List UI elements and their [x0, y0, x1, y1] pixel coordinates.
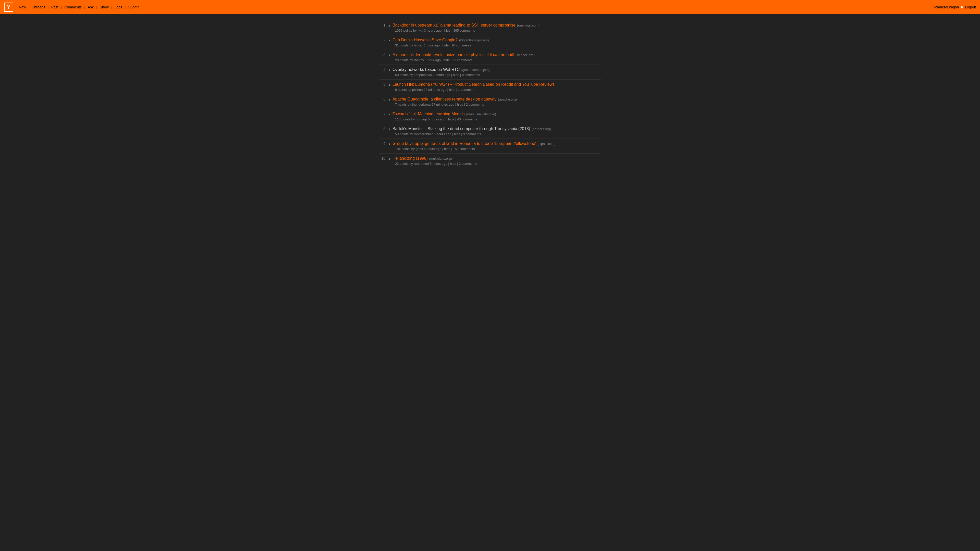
story-author[interactable]: robtherobber: [414, 132, 433, 136]
story-hide[interactable]: hide: [449, 88, 455, 92]
story-number: 1.: [379, 23, 387, 27]
upvote-icon[interactable]: ▲: [388, 38, 391, 42]
story-comments[interactable]: 16 comments: [452, 43, 471, 47]
upvote-icon[interactable]: ▲: [388, 113, 391, 116]
story-title-row: 1.▲Backdoor in upstream xz/liblzma leadi…: [379, 23, 601, 27]
nav-item-past[interactable]: Past: [49, 5, 61, 9]
nav-item-show[interactable]: Show: [97, 5, 111, 9]
meta-separator: |: [454, 118, 457, 121]
story-author[interactable]: laurex: [414, 43, 423, 47]
upvote-icon[interactable]: ▲: [388, 53, 391, 57]
story-hide[interactable]: hide: [444, 58, 450, 62]
story-time: 1 hour ago |: [424, 58, 443, 62]
story-time: 22 minutes ago |: [423, 88, 449, 92]
story-hide[interactable]: hide: [450, 162, 456, 165]
story-points: 23 points by: [395, 162, 414, 165]
story-title-link[interactable]: Bartók's Monster – Stalking the dead com…: [393, 127, 530, 131]
upvote-icon[interactable]: ▲: [388, 98, 391, 101]
username-label[interactable]: HeladeraDragon: [933, 5, 959, 9]
story-author[interactable]: redeemed: [414, 162, 429, 165]
story-meta: 29 points by rbanffy 1 hour ago | hide |…: [379, 58, 601, 62]
story-author[interactable]: philena: [412, 88, 423, 92]
story-author[interactable]: thunderbong: [412, 103, 431, 106]
story-number: 9.: [379, 141, 387, 146]
story-number: 2.: [379, 38, 387, 42]
nav-separator: |: [84, 5, 85, 9]
meta-separator: |: [455, 88, 458, 92]
story-points: 6 points by: [395, 88, 412, 92]
nav-item-new[interactable]: New: [16, 5, 29, 9]
story-title-link[interactable]: Launch HN: Lumona (YC W24) – Product Sea…: [393, 82, 555, 87]
story-domain: (apache.org): [498, 97, 517, 101]
story-title-link[interactable]: Backdoor in upstream xz/liblzma leading …: [393, 23, 515, 27]
story-title-link[interactable]: Can Demis Hassabis Save Google?: [393, 38, 458, 42]
nav-item-jobs[interactable]: Jobs: [112, 5, 125, 9]
story-comments[interactable]: 1 comment: [458, 88, 474, 92]
story-author[interactable]: rkta: [417, 29, 423, 32]
nav-separator: |: [61, 5, 62, 9]
karma-count: 6: [961, 5, 963, 9]
upvote-icon[interactable]: ▲: [388, 83, 391, 86]
story-points: 29 points by: [395, 58, 414, 62]
story-comments[interactable]: 365 comments: [453, 29, 475, 32]
story-author[interactable]: geox: [416, 147, 423, 151]
story-hide[interactable]: hide: [442, 43, 449, 47]
story-domain: (bigtechnology.com): [459, 38, 489, 42]
story-title-link[interactable]: A muon collider could revolutionize part…: [393, 52, 514, 57]
story-title-link[interactable]: Group buys up large tracts of land in Ro…: [393, 141, 536, 146]
story-item: 5.▲Launch HN: Lumona (YC W24) – Product …: [379, 79, 601, 94]
story-comments[interactable]: 151 comments: [453, 147, 475, 151]
story-item: 9.▲Group buys up large tracts of land in…: [379, 139, 601, 154]
nav-separator: |: [29, 5, 30, 9]
upvote-icon[interactable]: ▲: [388, 142, 391, 146]
story-comments[interactable]: 2 comments: [459, 162, 477, 165]
story-points: 50 points by: [395, 73, 414, 77]
story-hide[interactable]: hide: [448, 118, 455, 121]
story-points: 184 points by: [395, 147, 416, 151]
story-meta: 113 points by homarp 5 hours ago | hide …: [379, 118, 601, 121]
story-hide[interactable]: hide: [444, 147, 450, 151]
story-points: 7 points by: [395, 103, 412, 106]
upvote-icon[interactable]: ▲: [388, 127, 391, 131]
story-title-row: 10.▲Hellandizing (1998) (multicians.org): [379, 156, 601, 161]
nav-separator: |: [111, 5, 112, 9]
meta-separator: |: [463, 103, 466, 106]
story-comments[interactable]: 40 comments: [457, 118, 477, 121]
logout-button[interactable]: Logout: [965, 5, 976, 9]
story-comments[interactable]: 9 comments: [463, 132, 481, 136]
upvote-icon[interactable]: ▲: [388, 157, 391, 160]
story-author[interactable]: rbanffy: [414, 58, 424, 62]
story-author[interactable]: keepamovin: [414, 73, 432, 77]
story-time: 6 hours ago |: [433, 132, 454, 136]
story-item: 4.▲Overlay networks based on WebRTC (git…: [379, 65, 601, 79]
story-title-link[interactable]: Towards 1-bit Machine Learning Models: [393, 112, 465, 116]
nav-item-comments[interactable]: Comments: [62, 5, 84, 9]
story-hide[interactable]: hide: [457, 103, 463, 106]
story-title-row: 5.▲Launch HN: Lumona (YC W24) – Product …: [379, 82, 601, 87]
stories-list: 1.▲Backdoor in upstream xz/liblzma leadi…: [375, 14, 605, 175]
nav-item-submit[interactable]: Submit: [126, 5, 142, 9]
nav-item-ask[interactable]: Ask: [85, 5, 96, 9]
story-title-link[interactable]: Apache Guacamole: a clientless remote de…: [393, 97, 496, 102]
nav-item-threads[interactable]: Threads: [30, 5, 48, 9]
story-hide[interactable]: hide: [453, 73, 460, 77]
upvote-icon[interactable]: ▲: [388, 24, 391, 27]
story-comments[interactable]: 8 comments: [462, 73, 480, 77]
story-meta: 50 points by keepamovin 2 hours ago | hi…: [379, 73, 601, 77]
upvote-icon[interactable]: ▲: [388, 68, 391, 72]
story-number: 7.: [379, 112, 387, 116]
story-title-row: 4.▲Overlay networks based on WebRTC (git…: [379, 67, 601, 72]
story-title-link[interactable]: Hellandizing (1998): [393, 156, 428, 161]
story-hide[interactable]: hide: [444, 29, 451, 32]
story-comments[interactable]: 22 comments: [452, 58, 473, 62]
story-hide[interactable]: hide: [454, 132, 460, 136]
story-meta: 6 points by philena 22 minutes ago | hid…: [379, 88, 601, 92]
story-domain: (openwall.com): [517, 24, 539, 27]
story-points: 113 points by: [395, 118, 416, 121]
nav-separator: |: [48, 5, 49, 9]
story-title-link[interactable]: Overlay networks based on WebRTC: [393, 67, 460, 72]
hn-logo[interactable]: Y: [4, 3, 13, 12]
story-domain: (elpais.com): [538, 142, 555, 146]
story-comments[interactable]: 2 comments: [466, 103, 484, 106]
story-author[interactable]: homarp: [416, 118, 427, 121]
